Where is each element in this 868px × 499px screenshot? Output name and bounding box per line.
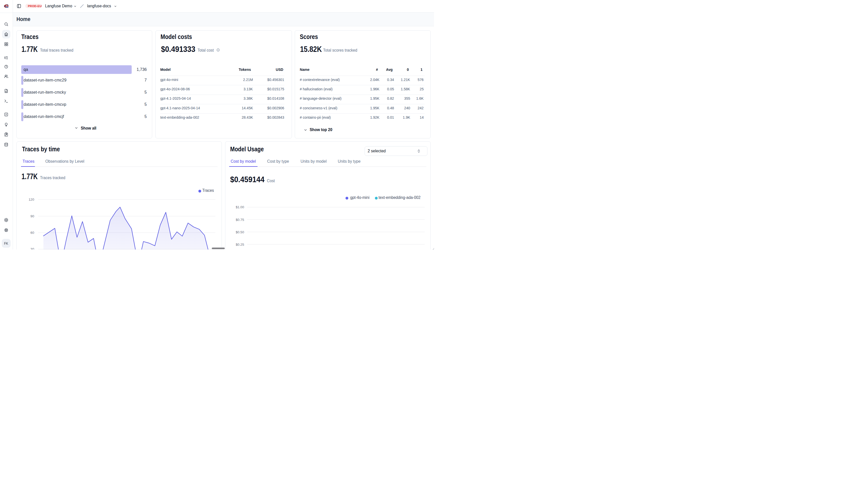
svg-text:30: 30 bbox=[31, 247, 34, 250]
svg-text:$1.00: $1.00 bbox=[236, 205, 244, 209]
svg-text:$0.25: $0.25 bbox=[236, 242, 244, 246]
svg-text:$0.50: $0.50 bbox=[236, 230, 244, 234]
svg-text:120: 120 bbox=[28, 198, 34, 202]
svg-text:$0.75: $0.75 bbox=[236, 218, 244, 221]
svg-text:90: 90 bbox=[31, 214, 34, 218]
svg-text:60: 60 bbox=[31, 231, 34, 234]
